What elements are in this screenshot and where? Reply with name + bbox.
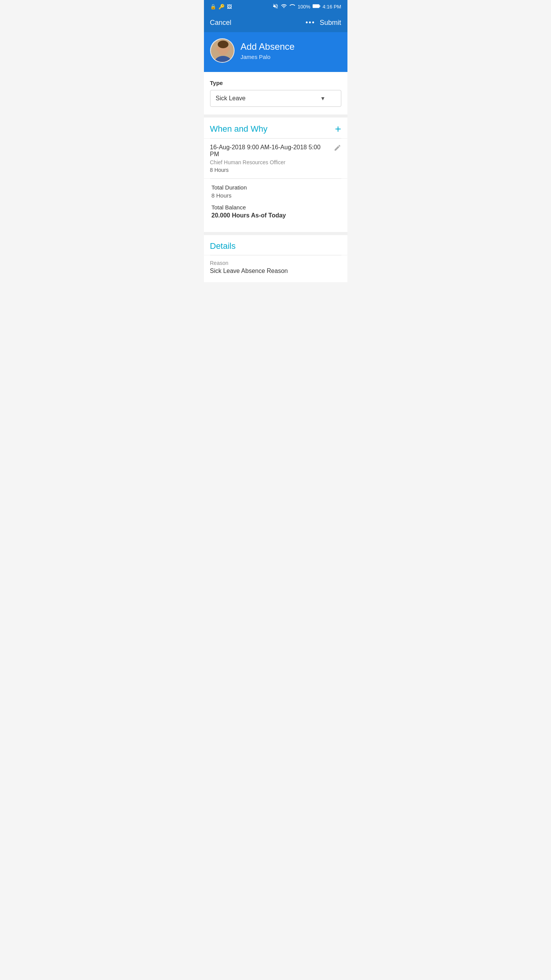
absence-entry: 16-Aug-2018 9:00 AM-16-Aug-2018 5:00 PM …: [204, 139, 347, 178]
type-select-value: Sick Leave: [216, 95, 246, 102]
nav-right-actions: ••• Submit: [306, 19, 341, 27]
add-entry-button[interactable]: +: [335, 124, 341, 134]
svg-point-7: [227, 47, 230, 51]
type-select[interactable]: Sick Leave ▼: [210, 90, 341, 106]
total-duration-row: Total Duration 8 Hours: [212, 184, 340, 199]
total-duration-value: 8 Hours: [212, 192, 340, 199]
status-bar-right: 100% 4:16 PM: [272, 3, 341, 10]
signal-icon: [289, 3, 295, 10]
key-icon: 🔑: [218, 4, 225, 10]
details-body: Reason Sick Leave Absence Reason: [204, 255, 347, 282]
header-text: Add Absence James Palo: [241, 41, 295, 60]
total-balance-label: Total Balance: [212, 204, 340, 211]
type-field-label: Type: [210, 80, 341, 86]
reason-label: Reason: [210, 260, 341, 266]
wifi-icon: [281, 3, 287, 10]
svg-point-4: [218, 41, 228, 48]
svg-rect-0: [313, 5, 320, 8]
time-display: 4:16 PM: [323, 4, 341, 10]
reason-value: Sick Leave Absence Reason: [210, 268, 341, 274]
chevron-down-icon: ▼: [320, 95, 326, 101]
when-and-why-section: When and Why + 16-Aug-2018 9:00 AM-16-Au…: [204, 118, 347, 232]
image-icon: 🖼: [227, 4, 232, 10]
svg-point-6: [216, 47, 219, 51]
total-duration-label: Total Duration: [212, 184, 340, 191]
when-and-why-header: When and Why +: [204, 118, 347, 138]
avatar: [210, 38, 235, 63]
details-section: Details Reason Sick Leave Absence Reason: [204, 235, 347, 282]
when-and-why-title: When and Why: [210, 124, 267, 134]
type-section: Type Sick Leave ▼: [204, 72, 347, 114]
cancel-button[interactable]: Cancel: [210, 19, 231, 27]
page-header: Add Absence James Palo: [204, 32, 347, 72]
absence-hours: 8 Hours: [210, 167, 341, 173]
status-bar-left: 🔒 🔑 🖼: [210, 4, 232, 10]
more-options-button[interactable]: •••: [306, 19, 315, 27]
details-header: Details: [204, 235, 347, 255]
status-bar: 🔒 🔑 🖼 100% 4:16 PM: [204, 0, 347, 13]
lock-icon: 🔒: [210, 4, 216, 10]
type-select-wrapper[interactable]: Sick Leave ▼: [210, 90, 341, 107]
battery-percent: 100%: [298, 4, 310, 10]
total-balance-value: 20.000 Hours As-of Today: [212, 212, 340, 219]
submit-button[interactable]: Submit: [320, 19, 341, 27]
total-balance-row: Total Balance 20.000 Hours As-of Today: [212, 204, 340, 219]
absence-role: Chief Human Resources Officer: [210, 159, 341, 165]
details-title: Details: [210, 241, 236, 251]
page-title: Add Absence: [241, 41, 295, 52]
nav-bar: Cancel ••• Submit: [204, 13, 347, 32]
content: Type Sick Leave ▼ When and Why + 16-Aug-…: [204, 72, 347, 282]
absence-datetime: 16-Aug-2018 9:00 AM-16-Aug-2018 5:00 PM: [210, 144, 341, 158]
edit-entry-button[interactable]: [334, 144, 341, 154]
summary-section: Total Duration 8 Hours Total Balance 20.…: [204, 179, 347, 232]
employee-name: James Palo: [241, 54, 295, 60]
svg-rect-1: [320, 5, 320, 7]
battery-icon: [313, 4, 320, 10]
mute-icon: [272, 3, 279, 10]
